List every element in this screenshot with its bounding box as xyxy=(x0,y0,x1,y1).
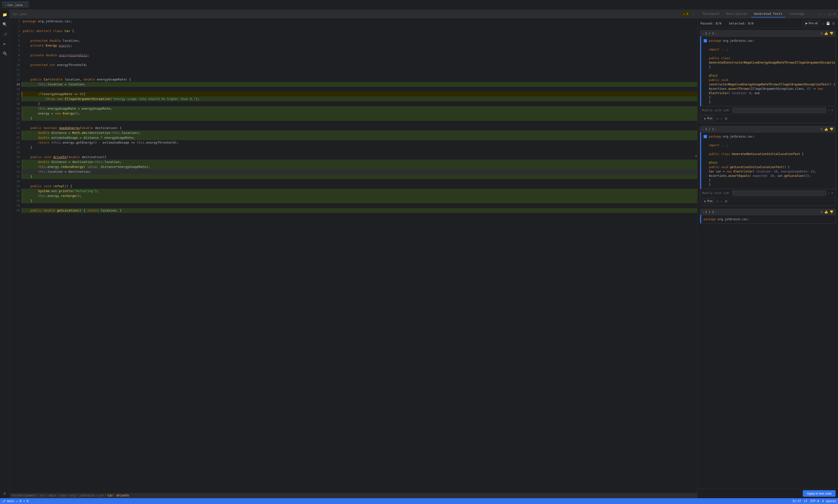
error-status[interactable]: ✕ 0 xyxy=(23,499,29,503)
code-line-26: return (this.energy.getEnergy() - estima… xyxy=(22,140,697,145)
card-actions-2: ⧉ 👍 👎 xyxy=(821,127,833,131)
nav-prev-3[interactable]: ‹ xyxy=(702,210,704,214)
undo-btn-1[interactable]: ↺ xyxy=(717,117,719,120)
nav-next-2[interactable]: › xyxy=(715,127,717,131)
apply-to-test-suite-button[interactable]: Apply to test suite xyxy=(803,490,836,497)
code-line-35: public void refuel() { xyxy=(22,184,697,189)
card-copy-3[interactable]: ⧉ xyxy=(821,210,823,214)
breadcrumb-item-3[interactable]: main xyxy=(49,494,56,497)
delete-all-icon[interactable]: 🗑 xyxy=(832,22,835,25)
modify-dropdown-2[interactable]: ▾ xyxy=(828,192,830,195)
panel-minimize-icon[interactable]: — xyxy=(823,12,826,17)
card-dislike-2[interactable]: 👎 xyxy=(830,127,833,131)
nav-next-3[interactable]: › xyxy=(715,210,717,214)
panel-more-icon[interactable]: ⋯ xyxy=(818,12,821,17)
run-play-icon-1: ▶ xyxy=(704,117,706,120)
code-line-28 xyxy=(22,150,697,155)
back-btn-2[interactable]: ← xyxy=(720,199,723,203)
plugins-icon[interactable]: 🔌 xyxy=(2,51,8,56)
main-area: 📁 🔍 ⎇ ▶ 🔌 ⚙ Car.java ⚠ 3 ⋮ 1 2 3 4 5 6 7… xyxy=(0,10,838,498)
breadcrumb-item-5[interactable]: org xyxy=(70,494,76,497)
indent[interactable]: 4 spaces xyxy=(822,499,836,503)
nav-next-1[interactable]: › xyxy=(715,32,717,35)
card-like-3[interactable]: 👍 xyxy=(824,210,828,214)
tab-testspark[interactable]: TestSpark xyxy=(699,11,722,17)
vcs-icon[interactable]: ⎇ xyxy=(2,31,8,37)
breadcrumb-item-car[interactable]: Car xyxy=(108,494,113,497)
nav-arrows-1: ‹ 1 / 1 › xyxy=(702,32,717,35)
tab-coverage[interactable]: Coverage xyxy=(786,11,807,17)
modify-input-1[interactable] xyxy=(732,108,826,113)
file-tab[interactable]: ☕ Car.java × xyxy=(2,2,29,8)
panel-scroll: ‹ 1 / 1 › ⧉ 👍 👎 ✓ package org.jetbrai xyxy=(697,29,838,488)
run-button-1[interactable]: ▶ Run xyxy=(702,116,715,121)
tab-generated-tests[interactable]: Generated Tests xyxy=(751,11,785,17)
code-line-5: protected double location; xyxy=(22,38,697,43)
status-right: 32:37 LF UTF-8 4 spaces xyxy=(792,499,836,503)
card-like-1[interactable]: 👍 xyxy=(824,32,828,35)
git-branch[interactable]: ⎇ main xyxy=(2,499,14,503)
nav-arrows-2: ‹ 1 / 1 › xyxy=(702,127,717,131)
breadcrumb-item-1[interactable]: TestAssignment xyxy=(12,494,36,497)
undo-btn-2[interactable]: ↺ xyxy=(717,199,719,203)
line-ending[interactable]: LF xyxy=(804,499,807,503)
code-line-8: private double energyUsageRate; xyxy=(22,53,697,58)
modify-send-2[interactable]: ➤ xyxy=(832,191,833,195)
code-line-36: System.out.println("Refueling"); xyxy=(22,189,697,194)
code-line-25: double estimatedUsage = distance * energ… xyxy=(22,135,697,140)
code-line-17: throw new IllegalArgumentException("ener… xyxy=(22,96,697,102)
run-all-button[interactable]: ▶ Run all xyxy=(803,20,820,26)
panel-header: Passed: 8/9 Selected: 9/9 ▶ Run all ☑ 💾 … xyxy=(697,18,838,29)
card-like-2[interactable]: 👍 xyxy=(824,127,828,131)
search-icon[interactable]: 🔍 xyxy=(2,21,8,27)
back-btn-1[interactable]: ← xyxy=(720,117,723,120)
project-icon[interactable]: 📁 xyxy=(2,12,8,17)
code-line-12 xyxy=(22,72,697,77)
card-dislike-3[interactable]: 👎 xyxy=(830,210,833,214)
modify-send-1[interactable]: ➤ xyxy=(832,108,833,112)
panel-maximize-icon[interactable]: □ xyxy=(828,12,831,17)
modify-input-2[interactable] xyxy=(732,191,826,196)
nav-prev-2[interactable]: ‹ xyxy=(702,127,704,131)
warning-count: ⚠ 3 xyxy=(682,12,690,16)
trash-btn-2[interactable]: 🗑 xyxy=(725,199,728,203)
card-copy-1[interactable]: ⧉ xyxy=(821,32,823,35)
tab-description[interactable]: Description xyxy=(723,11,750,17)
panel-close-icon[interactable]: × xyxy=(833,12,836,17)
breadcrumb-item-6[interactable]: jetbrains xyxy=(79,494,95,497)
code-line-31: this.energy.reduceEnergy( value: distanc… xyxy=(22,164,697,169)
breadcrumb-item-4[interactable]: java xyxy=(59,494,67,497)
run-play-icon-2: ▶ xyxy=(704,200,706,202)
editor-more-icon[interactable]: ⋮ xyxy=(692,12,695,16)
test-checkbox-1[interactable]: ✓ xyxy=(703,39,707,42)
test-checkbox-2[interactable]: ✓ xyxy=(703,135,707,138)
modify-dropdown-1[interactable]: ▾ xyxy=(828,109,830,112)
test-card-3: ‹ 1 / 1 › ⧉ 👍 👎 package org.jetbrains.ca… xyxy=(700,209,836,223)
encoding[interactable]: UTF-8 xyxy=(810,499,819,503)
warning-status[interactable]: ⚠ 0 xyxy=(16,499,21,503)
card-copy-2[interactable]: ⧉ xyxy=(821,127,823,131)
code-line-7 xyxy=(22,48,697,53)
test-code-1: ✓ package org.jetbrains.car; import ...;… xyxy=(700,37,835,106)
run-button-2[interactable]: ▶ Run xyxy=(702,198,715,204)
trash-btn-1[interactable]: 🗑 xyxy=(725,117,728,120)
panel-tabs: TestSpark Description Generated Tests Co… xyxy=(697,10,838,18)
tab-close-icon[interactable]: × xyxy=(25,4,26,6)
settings-icon[interactable]: ⚙ xyxy=(2,490,8,496)
nav-prev-1[interactable]: ‹ xyxy=(702,32,704,35)
breadcrumb-item-7[interactable]: car xyxy=(99,494,104,497)
code-line-13: public Car(double location, double energ… xyxy=(22,77,697,82)
line-col[interactable]: 32:37 xyxy=(792,499,801,503)
modify-label-1: Modify with LLM: xyxy=(702,109,730,112)
save-icon[interactable]: 💾 xyxy=(826,22,830,25)
test-card-2-nav: ‹ 1 / 1 › ⧉ 👍 👎 xyxy=(700,126,835,132)
breadcrumb-item-2[interactable]: src xyxy=(40,494,45,497)
run-icon[interactable]: ▶ xyxy=(2,41,8,47)
code-line-29: public void driveTo(double destination){ xyxy=(22,155,697,160)
check-all-icon[interactable]: ☑ xyxy=(822,22,824,25)
scroll-marker xyxy=(695,155,697,157)
breadcrumb-item-driveto[interactable]: driveTo xyxy=(117,494,129,497)
code-line-23: public boolean needsEnergy(double destin… xyxy=(22,126,697,130)
card-dislike-1[interactable]: 👎 xyxy=(830,32,833,35)
run-row-1: ▶ Run ↺ ← 🗑 xyxy=(700,114,835,123)
